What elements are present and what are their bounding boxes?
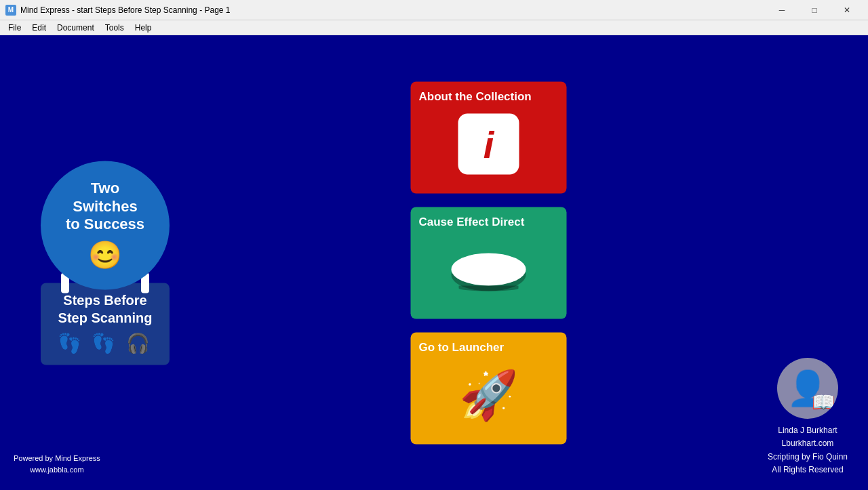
menu-tools[interactable]: Tools <box>100 22 130 34</box>
menu-edit[interactable]: Edit <box>26 22 52 34</box>
title-bar-left: M Mind Express - start Steps Before Step… <box>5 5 231 16</box>
logo-rectangle: Steps Before Step Scanning 👣 👣 🎧 <box>41 283 170 365</box>
app-icon: M <box>5 5 16 16</box>
about-button[interactable]: About the Collection i <box>411 81 567 193</box>
cause-effect-icon-area <box>419 228 559 310</box>
about-label: About the Collection <box>419 89 559 103</box>
credit-line4: All Rights Reserved <box>768 464 848 476</box>
credit-line1: Linda J Burkhart <box>768 424 848 437</box>
title-bar: M Mind Express - start Steps Before Step… <box>0 0 868 20</box>
cause-effect-button[interactable]: Cause Effect Direct <box>411 207 567 319</box>
logo-area: Two Switches to Success 😊 Steps Before S… <box>41 161 170 365</box>
right-corner: 👤 📖 Linda J Burkhart Lburkhart.com Scrip… <box>768 358 848 476</box>
menu-file[interactable]: File <box>3 22 26 34</box>
bottom-left-line1: Powered by Mind Express <box>14 453 100 465</box>
logo-circle: Two Switches to Success 😊 <box>41 161 170 289</box>
right-corner-text: Linda J Burkhart Lburkhart.com Scripting… <box>768 424 848 476</box>
menu-bar: File Edit Document Tools Help <box>0 20 868 35</box>
logo-circle-title: Two Switches to Success <box>66 180 144 233</box>
credit-line3: Scripting by Fio Quinn <box>768 451 848 464</box>
button-disc-icon <box>452 253 526 286</box>
title-bar-text: Mind Express - start Steps Before Step S… <box>20 5 231 15</box>
close-button[interactable]: ✕ <box>831 0 863 20</box>
info-icon: i <box>484 122 494 166</box>
launcher-button[interactable]: Go to Launcher 🚀 <box>411 332 567 444</box>
cause-effect-label: Cause Effect Direct <box>419 215 559 228</box>
rocket-icon: 🚀 <box>459 367 518 423</box>
title-bar-controls: ─ □ ✕ <box>766 0 863 20</box>
logo-rect-icons: 👣 👣 🎧 <box>52 331 159 354</box>
bottom-left-credits: Powered by Mind Express www.jabbla.com <box>14 453 100 476</box>
avatar: 👤 📖 <box>777 358 838 419</box>
about-icon-area: i <box>419 103 559 185</box>
credit-line2: Lburkhart.com <box>768 437 848 450</box>
logo-face-icon: 😊 <box>88 239 122 270</box>
buttons-area: About the Collection i Cause Effect Dire… <box>411 81 567 444</box>
launcher-icon-area: 🚀 <box>419 354 559 436</box>
bottom-left-line2: www.jabbla.com <box>14 464 100 476</box>
info-icon-box: i <box>458 114 519 175</box>
logo-rect-title: Steps Before Step Scanning <box>52 291 159 326</box>
launcher-label: Go to Launcher <box>419 340 559 354</box>
maximize-button[interactable]: □ <box>799 0 830 20</box>
book-icon: 📖 <box>812 391 835 413</box>
minimize-button[interactable]: ─ <box>766 0 797 20</box>
main-content: Two Switches to Success 😊 Steps Before S… <box>0 35 868 490</box>
menu-document[interactable]: Document <box>52 22 100 34</box>
menu-help[interactable]: Help <box>130 22 157 34</box>
